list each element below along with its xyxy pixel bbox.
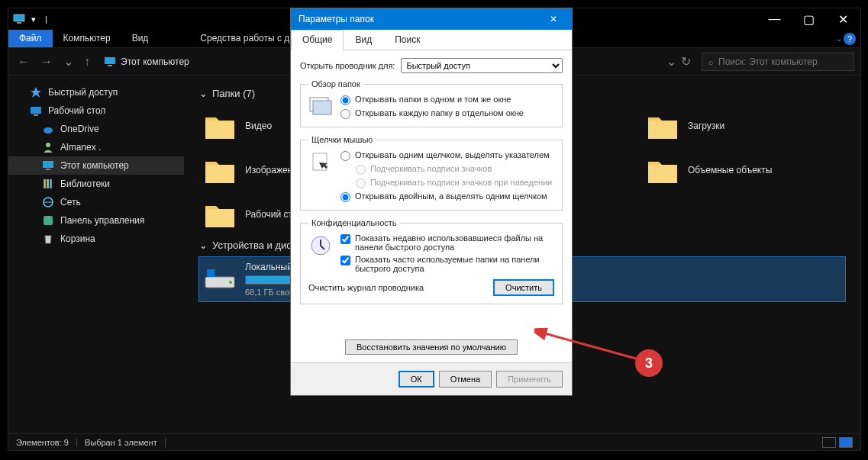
- svg-rect-19: [205, 165, 234, 183]
- nav-forward-icon[interactable]: →: [37, 52, 56, 72]
- sidebar: Быстрый доступРабочий столOneDriveAlmane…: [8, 76, 184, 433]
- svg-rect-13: [50, 179, 52, 188]
- maximize-button[interactable]: ▢: [792, 8, 826, 30]
- nav-up-icon[interactable]: ↑: [81, 52, 93, 72]
- help-icon[interactable]: ?: [844, 33, 856, 45]
- clear-history-label: Очистить журнал проводника: [308, 283, 424, 292]
- privacy-fieldset: Конфиденциальность Показать недавно испо…: [300, 218, 563, 304]
- browse-icon: [308, 95, 333, 119]
- sidebar-item-bin[interactable]: Корзина: [8, 230, 184, 248]
- open-for-label: Открыть проводник для:: [300, 61, 395, 70]
- user-icon: [42, 141, 54, 153]
- dialog-titlebar: Параметры папок ✕: [291, 8, 572, 30]
- sidebar-item-cpl[interactable]: Панель управления: [8, 211, 184, 230]
- dialog-footer: ОК Отмена Применить: [291, 362, 572, 395]
- folder-icon: [647, 154, 679, 186]
- click-legend: Щелчки мышью: [308, 135, 376, 144]
- minimize-button[interactable]: —: [757, 8, 792, 30]
- privacy-legend: Конфиденциальность: [308, 218, 400, 227]
- search-box[interactable]: ⌕: [702, 53, 854, 71]
- annotation-badge: 3: [635, 349, 663, 377]
- lib-icon: [42, 178, 54, 190]
- svg-marker-4: [31, 87, 41, 98]
- radio-underline-always: Подчеркивать подписи значков: [356, 164, 552, 175]
- dialog-close-button[interactable]: ✕: [543, 14, 564, 24]
- view-tiles-button[interactable]: [839, 437, 853, 448]
- address-text: Этот компьютер: [121, 56, 189, 67]
- svg-rect-18: [648, 121, 677, 139]
- apply-button[interactable]: Применить: [496, 371, 563, 388]
- drive-icon: [204, 262, 236, 294]
- radio-separate-window[interactable]: Открывать каждую папку в отдельном окне: [340, 108, 524, 119]
- menu-view[interactable]: Вид: [121, 30, 160, 47]
- svg-rect-16: [44, 216, 53, 225]
- radio-double-click[interactable]: Открывать двойным, а выделять одним щелч…: [340, 191, 552, 202]
- qat-dropdown[interactable]: ▾: [28, 14, 39, 24]
- svg-rect-5: [31, 107, 41, 114]
- search-input[interactable]: [718, 56, 847, 67]
- tab-general[interactable]: Общие: [291, 30, 344, 50]
- svg-point-7: [44, 127, 53, 133]
- pc-icon: [42, 159, 54, 172]
- folder-item[interactable]: Загрузки: [642, 105, 841, 146]
- view-details-button[interactable]: [822, 437, 836, 448]
- browse-fieldset: Обзор папок Открывать папки в одном и то…: [300, 79, 563, 127]
- radio-single-click[interactable]: Открывать одним щелчком, выделять указат…: [340, 150, 552, 161]
- svg-rect-12: [47, 179, 49, 188]
- net-icon: [42, 196, 54, 208]
- check-frequent-folders[interactable]: Показать часто используемые папки на пан…: [340, 255, 554, 273]
- radio-underline-hover: Подчеркивать подписи значков при наведен…: [356, 178, 552, 188]
- menu-file[interactable]: Файл: [8, 30, 53, 47]
- pc-icon: [13, 13, 25, 25]
- svg-rect-26: [313, 101, 331, 114]
- menu-computer[interactable]: Компьютер: [53, 30, 121, 47]
- sidebar-item-quick[interactable]: Быстрый доступ: [8, 83, 184, 101]
- sidebar-item-cloud[interactable]: OneDrive: [8, 120, 184, 138]
- check-recent-files[interactable]: Показать недавно использовавшиеся файлы …: [340, 233, 554, 252]
- address-pc-icon: [104, 56, 116, 68]
- svg-rect-20: [648, 165, 677, 183]
- svg-rect-27: [313, 153, 327, 170]
- nav-back-icon[interactable]: ←: [15, 52, 33, 72]
- ok-button[interactable]: ОК: [399, 371, 434, 388]
- restore-defaults-button[interactable]: Восстановить значения по умолчанию: [345, 339, 518, 355]
- open-for-select[interactable]: Быстрый доступ: [401, 58, 563, 73]
- clear-button[interactable]: Очистить: [493, 279, 554, 296]
- status-selection: Выбран 1 элемент: [85, 438, 157, 447]
- svg-rect-2: [105, 57, 115, 64]
- sidebar-item-desktop[interactable]: Рабочий стол: [8, 101, 184, 120]
- folder-icon: [204, 154, 236, 186]
- refresh-icon[interactable]: ↻: [681, 54, 691, 69]
- radio-same-window[interactable]: Открывать папки в одном и том же окне: [340, 95, 524, 105]
- desktop-icon: [30, 105, 42, 117]
- cancel-button[interactable]: Отмена: [439, 371, 492, 388]
- svg-rect-1: [17, 22, 21, 24]
- folder-item[interactable]: Объемные объекты: [642, 150, 841, 191]
- svg-rect-23: [207, 269, 215, 277]
- tab-view[interactable]: Вид: [344, 30, 383, 50]
- svg-rect-0: [14, 14, 24, 21]
- sidebar-item-net[interactable]: Сеть: [8, 193, 184, 211]
- cloud-icon: [42, 123, 54, 135]
- folder-options-dialog: Параметры папок ✕ Общие Вид Поиск Открыт…: [290, 8, 573, 396]
- quick-icon: [30, 86, 42, 98]
- address-dropdown-icon[interactable]: ⌄: [666, 54, 676, 69]
- statusbar: Элементов: 9 Выбран 1 элемент: [8, 433, 860, 450]
- sidebar-item-pc[interactable]: Этот компьютер: [8, 156, 184, 175]
- close-button[interactable]: ✕: [826, 8, 860, 30]
- sidebar-item-lib[interactable]: Библиотеки: [8, 175, 184, 193]
- dialog-title: Параметры папок: [298, 14, 374, 24]
- svg-rect-21: [205, 209, 234, 227]
- svg-rect-10: [46, 169, 50, 170]
- sidebar-item-user[interactable]: Almanex .: [8, 138, 184, 156]
- folder-icon: [204, 198, 236, 230]
- click-fieldset: Щелчки мышью Открывать одним щелчком, вы…: [300, 135, 563, 211]
- svg-rect-17: [205, 121, 234, 139]
- svg-rect-3: [108, 65, 112, 66]
- svg-point-8: [46, 143, 50, 147]
- tab-search[interactable]: Поиск: [383, 30, 431, 50]
- nav-history-icon[interactable]: ⌄: [60, 51, 76, 72]
- privacy-icon: [308, 233, 333, 258]
- ribbon-expand-icon[interactable]: ⌄: [836, 34, 842, 43]
- cpl-icon: [42, 214, 54, 227]
